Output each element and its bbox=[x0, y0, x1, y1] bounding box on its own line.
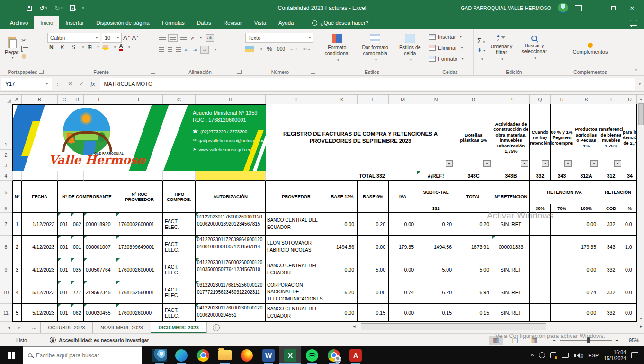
cell-tipo[interactable]: FACT. ELEC. bbox=[163, 236, 196, 258]
taskbar-excel-button[interactable] bbox=[279, 346, 301, 364]
empty-cell[interactable] bbox=[71, 171, 84, 181]
header-100[interactable]: 100% bbox=[573, 204, 599, 213]
number-dialog-launcher-icon[interactable] bbox=[311, 70, 315, 74]
cancel-icon[interactable]: ✕ bbox=[68, 81, 72, 87]
column-header-k[interactable]: K bbox=[327, 95, 358, 104]
taskbar-chrome-profile-button[interactable] bbox=[323, 346, 345, 364]
cell-n[interactable]: 5 bbox=[12, 304, 22, 322]
cell-ret[interactable]: 000001333 bbox=[492, 236, 530, 258]
cell-tipo[interactable]: FACT. ELEC. bbox=[163, 213, 196, 236]
category-cell-o[interactable]: Botellas plásticas 1%▼ bbox=[455, 104, 492, 171]
find-select-button[interactable]: Buscar y seleccionar▾ bbox=[516, 31, 553, 65]
filter-dropdown-icon[interactable]: ▼ bbox=[521, 160, 528, 167]
font-size-select[interactable]: 10▾ bbox=[102, 33, 122, 43]
category-cell-p[interactable]: Actividades de construcción de obra mate… bbox=[492, 104, 530, 171]
comments-icon[interactable] bbox=[630, 20, 637, 26]
cell-r100[interactable]: 0.00 bbox=[573, 304, 599, 322]
percent-icon[interactable]: % bbox=[267, 46, 273, 53]
column-header-d[interactable]: D bbox=[71, 95, 84, 104]
row-header[interactable]: 2 bbox=[0, 150, 12, 160]
cell-r70[interactable] bbox=[551, 304, 573, 322]
filter-dropdown-icon[interactable]: ▼ bbox=[446, 160, 453, 167]
header-total[interactable]: TOTAL bbox=[455, 181, 492, 213]
fill-icon[interactable]: ⬇▾ bbox=[477, 47, 485, 53]
column-header-r[interactable]: R bbox=[551, 95, 573, 104]
cell-tipo[interactable]: FACT. ELEC. bbox=[163, 258, 196, 281]
column-header-m[interactable]: M bbox=[389, 95, 417, 104]
taskbar-search[interactable] bbox=[23, 346, 142, 364]
filter-dropdown-icon[interactable]: ▼ bbox=[590, 160, 598, 167]
code-cell-s[interactable]: 312A bbox=[573, 171, 599, 181]
network-icon[interactable] bbox=[562, 353, 569, 358]
clock[interactable]: 16:04 15/1/2024 bbox=[604, 349, 626, 361]
cut-icon[interactable]: ✂ bbox=[21, 37, 26, 44]
taskbar-edge-button[interactable] bbox=[170, 346, 192, 364]
taskbar-chrome-button[interactable] bbox=[192, 346, 214, 364]
zoom-slider[interactable]: − + bbox=[553, 337, 618, 343]
cell-prov[interactable]: BANCO CENTRAL DEL ECUADOR bbox=[266, 258, 327, 281]
cell-r100[interactable]: 179.35 bbox=[573, 236, 599, 258]
save-icon[interactable] bbox=[27, 6, 32, 11]
borders-icon[interactable]: ⊞ bbox=[87, 44, 92, 51]
expand-formula-bar-icon[interactable]: ▾ bbox=[635, 82, 644, 86]
cell-r70[interactable] bbox=[551, 258, 573, 281]
cell-n[interactable]: 3 bbox=[12, 258, 22, 281]
zoom-thumb[interactable] bbox=[587, 337, 590, 343]
cell-total[interactable]: 0.20 bbox=[455, 213, 492, 236]
cell-tipo[interactable]: FACT. ELEC. bbox=[163, 281, 196, 304]
increase-font-icon[interactable]: A▲ bbox=[123, 34, 131, 41]
vertical-scroll-thumb[interactable] bbox=[638, 103, 644, 125]
cell-r100[interactable]: 0.74 bbox=[573, 281, 599, 304]
cell-c1[interactable]: 001 bbox=[58, 213, 71, 236]
new-sheet-button[interactable]: + bbox=[213, 322, 220, 333]
cell-aut[interactable]: 0112202301176000260000120010620000189201… bbox=[196, 213, 266, 236]
paste-button[interactable]: Pegar▾ bbox=[2, 31, 21, 65]
column-header-l[interactable]: L bbox=[358, 95, 389, 104]
cell-c3[interactable]: 219562345 bbox=[84, 281, 116, 304]
column-header-i[interactable]: I bbox=[266, 95, 327, 104]
empty-cell[interactable] bbox=[58, 171, 71, 181]
scroll-left-icon[interactable]: ◄ bbox=[352, 324, 356, 328]
menu-tab-revisar[interactable]: Revisar bbox=[217, 16, 248, 29]
menu-tab-ayuda[interactable]: Ayuda bbox=[272, 16, 300, 29]
cell-ret[interactable]: SIN. RET bbox=[492, 258, 530, 281]
sheet-tab-noviembre-2023[interactable]: NOVIEMBRE 2023 bbox=[93, 322, 151, 333]
category-cell-r[interactable]: 100 % y 1%.- Regimen microempresa▼ bbox=[551, 104, 573, 171]
align-center-icon[interactable] bbox=[168, 47, 172, 52]
header-n[interactable]: Nº bbox=[12, 181, 22, 213]
align-left-icon[interactable] bbox=[159, 47, 164, 52]
header-cod[interactable]: COD bbox=[599, 204, 623, 213]
addins-button[interactable]: Complementos bbox=[557, 31, 624, 65]
copy-icon[interactable] bbox=[21, 46, 26, 52]
cell-ruc[interactable]: 1768152560001 bbox=[116, 281, 163, 304]
category-cell-u[interactable]: para la retención de 2,7 bbox=[623, 104, 637, 171]
cell-pct[interactable]: 0.0 bbox=[623, 281, 637, 304]
header-retencion-iva[interactable]: RETENCION IVA bbox=[530, 181, 599, 204]
code-cell-p[interactable]: 343B bbox=[492, 171, 530, 181]
scroll-up-icon[interactable]: ▲ bbox=[637, 95, 644, 102]
menu-tab-insertar[interactable]: Insertar bbox=[59, 16, 90, 29]
empty-cell[interactable] bbox=[22, 171, 58, 181]
fill-color-icon[interactable] bbox=[102, 45, 109, 50]
cell-subtotal[interactable]: 1494.56 bbox=[417, 236, 455, 258]
row-header[interactable]: 5 bbox=[0, 181, 12, 204]
row-header[interactable]: 10 bbox=[0, 281, 12, 304]
cell-r30[interactable] bbox=[530, 258, 551, 281]
code-cell-q[interactable]: 332 bbox=[530, 171, 551, 181]
cell-iva[interactable]: 179.35 bbox=[389, 236, 417, 258]
taskbar-file-explorer-button[interactable] bbox=[214, 346, 236, 364]
menu-tab-disposici-n-de-p-gina[interactable]: Disposición de página bbox=[90, 16, 156, 29]
cell-c2[interactable]: 062 bbox=[71, 213, 84, 236]
header-subtotal[interactable]: SUBTO-TAL bbox=[417, 181, 455, 204]
cell-fecha[interactable]: 4/12/2023 bbox=[22, 236, 58, 258]
ref-error-cell[interactable]: #¡REF! bbox=[417, 171, 455, 181]
cell-aut[interactable]: 0412202301176000260000120010620000204551 bbox=[196, 304, 266, 322]
filter-dropdown-icon[interactable]: ▼ bbox=[564, 160, 572, 167]
bold-button[interactable]: N bbox=[47, 44, 55, 51]
code-cell-u[interactable]: 34 bbox=[623, 171, 637, 181]
code-cell-t[interactable]: 312 bbox=[599, 171, 623, 181]
cell-c1[interactable]: 001 bbox=[58, 258, 71, 281]
header-iva[interactable]: IVA bbox=[389, 181, 417, 213]
cell-c2[interactable]: 001 bbox=[71, 236, 84, 258]
column-header-s[interactable]: S bbox=[573, 95, 599, 104]
